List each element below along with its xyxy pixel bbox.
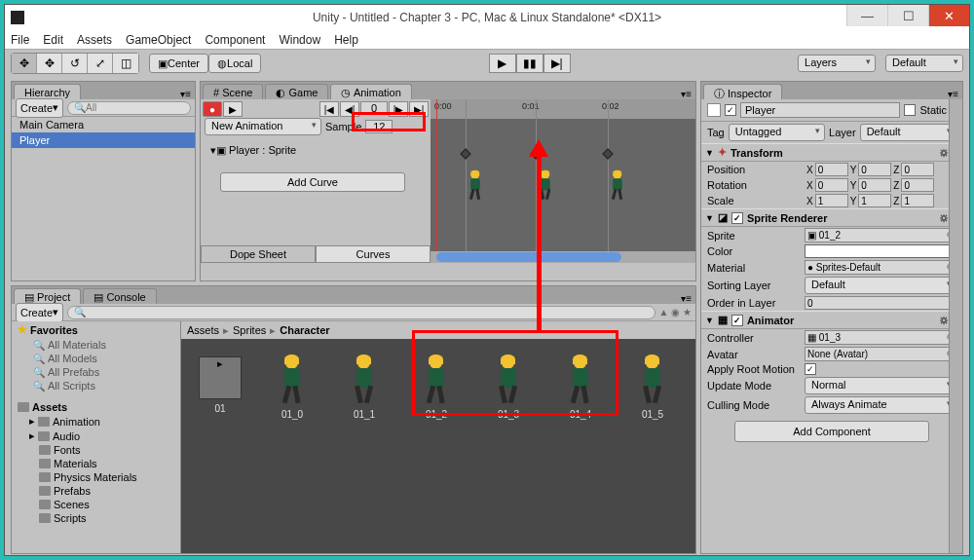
- breadcrumb-item[interactable]: Sprites: [233, 324, 266, 336]
- timeline-scrollbar[interactable]: [431, 251, 695, 263]
- tag-dropdown[interactable]: Untagged: [729, 124, 825, 141]
- scene-tab[interactable]: # Scene: [203, 84, 263, 99]
- update-mode-dropdown[interactable]: Normal: [805, 377, 956, 394]
- project-search[interactable]: 🔍: [67, 306, 656, 319]
- close-button[interactable]: ✕: [928, 5, 969, 26]
- maximize-button[interactable]: ☐: [887, 5, 928, 26]
- asset-item[interactable]: 01_4: [547, 356, 614, 420]
- animation-property[interactable]: ▾▣ Player : Sprite: [201, 136, 431, 165]
- hand-tool-icon[interactable]: ✥: [12, 54, 37, 73]
- rect-tool-icon[interactable]: ◫: [113, 54, 138, 73]
- scale-tool-icon[interactable]: ⤢: [88, 54, 113, 73]
- layout-dropdown[interactable]: Default: [885, 55, 963, 72]
- sprite-field[interactable]: ▣ 01_2: [805, 228, 956, 243]
- clip-dropdown[interactable]: New Animation: [205, 118, 321, 135]
- first-key-button[interactable]: |◀: [319, 101, 339, 117]
- folder-item[interactable]: Scripts: [12, 511, 180, 525]
- transform-px[interactable]: [815, 163, 848, 176]
- curves-tab[interactable]: Curves: [316, 245, 431, 263]
- transform-sz[interactable]: [901, 194, 934, 207]
- asset-item[interactable]: 01_5: [619, 356, 686, 420]
- asset-item[interactable]: ▸01: [187, 356, 253, 414]
- rotate-tool-icon[interactable]: ↺: [62, 54, 88, 73]
- hierarchy-item[interactable]: Main Camera: [12, 117, 195, 132]
- hierarchy-create-button[interactable]: Create ▾: [16, 98, 63, 118]
- transform-rz[interactable]: [901, 178, 934, 192]
- hierarchy-tab[interactable]: Hierarchy: [14, 84, 81, 99]
- project-create-button[interactable]: Create ▾: [16, 303, 63, 322]
- folder-item[interactable]: ▸Audio: [12, 429, 180, 443]
- asset-item[interactable]: 01_0: [259, 356, 325, 420]
- pause-button[interactable]: ▮▮: [516, 54, 543, 73]
- project-tab[interactable]: ▤ Project: [14, 288, 81, 304]
- animator-header[interactable]: ▼▦✓ Animator⛭ ▾: [701, 311, 962, 329]
- transform-sy[interactable]: [858, 194, 891, 207]
- transform-pz[interactable]: [901, 163, 934, 176]
- folder-item[interactable]: Scenes: [12, 498, 180, 511]
- hierarchy-search[interactable]: 🔍All: [67, 101, 191, 115]
- menu-help[interactable]: Help: [334, 33, 358, 47]
- layers-dropdown[interactable]: Layers: [798, 55, 876, 72]
- animation-tab[interactable]: ◷ Animation: [330, 84, 411, 99]
- active-checkbox[interactable]: ✓: [725, 104, 736, 116]
- timeline[interactable]: 0:00 0:01 0:02: [431, 99, 695, 263]
- favorite-item[interactable]: 🔍All Models: [12, 352, 180, 365]
- transform-sx[interactable]: [815, 194, 848, 207]
- avatar-field[interactable]: None (Avatar): [805, 347, 956, 361]
- add-component-button[interactable]: Add Component: [734, 421, 929, 442]
- menu-assets[interactable]: Assets: [77, 33, 112, 47]
- keyframe-icon[interactable]: [460, 148, 470, 159]
- material-field[interactable]: ● Sprites-Default: [805, 260, 956, 275]
- prev-key-button[interactable]: ◀|: [340, 101, 359, 117]
- folder-item[interactable]: Fonts: [12, 443, 180, 457]
- breadcrumb-item[interactable]: Assets: [187, 324, 219, 336]
- transform-ry[interactable]: [858, 178, 891, 192]
- inspector-tab[interactable]: ⓘ Inspector: [703, 84, 782, 99]
- layer-dropdown[interactable]: Default: [860, 124, 956, 141]
- gameobject-icon[interactable]: [707, 103, 721, 117]
- playhead[interactable]: [436, 99, 437, 263]
- favorite-item[interactable]: 🔍All Scripts: [12, 379, 180, 392]
- add-curve-button[interactable]: Add Curve: [220, 172, 405, 192]
- dopesheet-tab[interactable]: Dope Sheet: [201, 245, 316, 263]
- inspector-scrollbar[interactable]: [949, 99, 962, 553]
- move-tool-icon[interactable]: ✥: [37, 54, 62, 73]
- gameobject-name-input[interactable]: Player: [740, 102, 900, 118]
- folder-item[interactable]: Materials: [12, 457, 180, 470]
- asset-item[interactable]: 01_1: [331, 356, 397, 420]
- menu-edit[interactable]: Edit: [43, 33, 63, 47]
- record-button[interactable]: ●: [203, 101, 222, 117]
- color-field[interactable]: [805, 244, 956, 258]
- sample-input[interactable]: [365, 120, 393, 133]
- order-input[interactable]: [805, 296, 956, 310]
- menu-window[interactable]: Window: [279, 33, 320, 47]
- next-key-button[interactable]: |▶: [389, 101, 408, 117]
- folder-item[interactable]: Physics Materials: [12, 470, 180, 484]
- controller-field[interactable]: ▦ 01_3: [805, 330, 956, 345]
- folder-item[interactable]: ▸Animation: [12, 414, 180, 429]
- menu-file[interactable]: File: [11, 33, 29, 47]
- game-tab[interactable]: ◐ Game: [265, 84, 328, 99]
- hierarchy-item[interactable]: Player: [12, 132, 195, 148]
- step-button[interactable]: ▶|: [543, 54, 571, 73]
- keyframe-icon[interactable]: [602, 148, 613, 159]
- asset-item[interactable]: 01_3: [475, 356, 542, 420]
- root-motion-checkbox[interactable]: ✓: [805, 363, 816, 375]
- menu-component[interactable]: Component: [205, 33, 265, 47]
- space-toggle[interactable]: ◍ Local: [208, 54, 261, 73]
- favorites-header[interactable]: ★Favorites: [12, 321, 180, 338]
- menu-gameobject[interactable]: GameObject: [126, 33, 191, 47]
- static-checkbox[interactable]: [904, 104, 916, 116]
- folder-item[interactable]: Prefabs: [12, 484, 180, 498]
- culling-mode-dropdown[interactable]: Always Animate: [805, 396, 956, 414]
- sprite-renderer-header[interactable]: ▼◪✓ Sprite Renderer⛭ ▾: [701, 208, 962, 227]
- transform-py[interactable]: [858, 163, 891, 176]
- play-button[interactable]: ▶: [489, 54, 516, 73]
- last-key-button[interactable]: ▶|: [409, 101, 429, 117]
- favorite-item[interactable]: 🔍All Prefabs: [12, 365, 180, 379]
- minimize-button[interactable]: —: [846, 5, 887, 26]
- anim-play-button[interactable]: ▶: [223, 101, 243, 117]
- frame-input[interactable]: [360, 101, 388, 115]
- asset-item[interactable]: 01_2: [403, 356, 469, 420]
- console-tab[interactable]: ▤ Console: [83, 288, 156, 304]
